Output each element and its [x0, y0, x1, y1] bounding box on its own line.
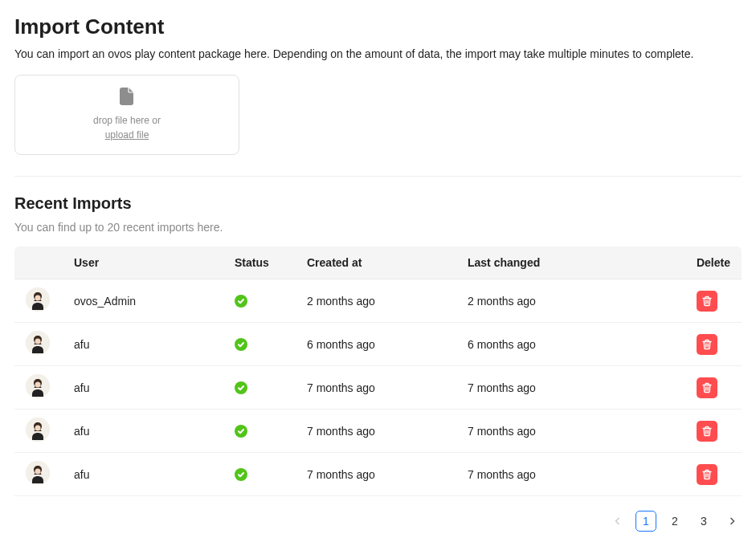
cell-changed: 7 months ago [456, 453, 685, 496]
upload-file-link[interactable]: upload file [105, 129, 149, 141]
page-description: You can import an ovos play content pack… [14, 47, 742, 60]
cell-changed: 7 months ago [456, 410, 685, 453]
cell-user: afu [63, 366, 223, 410]
page-number-1[interactable]: 1 [635, 511, 656, 532]
pagination-next[interactable] [722, 512, 742, 531]
delete-button[interactable] [697, 377, 717, 398]
avatar [26, 331, 50, 355]
column-header-user: User [63, 247, 223, 279]
svg-point-5 [35, 382, 41, 388]
avatar [26, 374, 50, 398]
status-success-icon [235, 295, 247, 308]
column-header-avatar [14, 247, 63, 279]
table-row: afu6 months ago6 months ago [14, 323, 742, 366]
file-icon [119, 88, 135, 108]
cell-created: 7 months ago [296, 410, 456, 453]
pagination: 123 [14, 511, 742, 532]
avatar [26, 461, 50, 485]
cell-created: 7 months ago [296, 366, 456, 410]
column-header-delete: Delete [685, 247, 742, 279]
cell-changed: 2 months ago [456, 279, 685, 323]
cell-user: afu [63, 323, 223, 366]
dropzone-text: drop file here or upload file [93, 113, 161, 142]
svg-point-9 [35, 469, 41, 475]
status-success-icon [235, 381, 247, 394]
recent-imports-description: You can find up to 20 recent imports her… [14, 221, 742, 234]
imports-table: User Status Created at Last changed Dele… [14, 247, 742, 496]
section-divider [14, 176, 742, 177]
cell-created: 2 months ago [296, 279, 456, 323]
avatar [26, 287, 50, 312]
svg-point-1 [35, 295, 41, 301]
status-success-icon [235, 425, 247, 438]
drop-label: drop file here or [93, 115, 161, 126]
cell-user: ovos_Admin [63, 279, 223, 323]
cell-created: 7 months ago [296, 453, 456, 496]
cell-created: 6 months ago [296, 323, 456, 366]
cell-user: afu [63, 453, 223, 496]
column-header-status: Status [223, 247, 296, 279]
status-success-icon [235, 338, 247, 351]
svg-point-7 [35, 426, 41, 431]
pagination-prev[interactable] [608, 512, 627, 531]
cell-changed: 6 months ago [456, 323, 685, 366]
table-row: afu7 months ago7 months ago [14, 410, 742, 453]
page-number-2[interactable]: 2 [664, 511, 685, 532]
delete-button[interactable] [697, 291, 717, 312]
table-row: afu7 months ago7 months ago [14, 366, 742, 410]
column-header-created: Created at [296, 247, 456, 279]
file-dropzone[interactable]: drop file here or upload file [14, 75, 239, 155]
svg-point-3 [35, 339, 41, 344]
cell-user: afu [63, 410, 223, 453]
delete-button[interactable] [697, 464, 717, 485]
avatar [26, 418, 50, 442]
status-success-icon [235, 468, 247, 481]
column-header-changed: Last changed [456, 247, 685, 279]
recent-imports-title: Recent Imports [14, 194, 742, 213]
table-row: ovos_Admin2 months ago2 months ago [14, 279, 742, 323]
delete-button[interactable] [697, 334, 717, 355]
cell-changed: 7 months ago [456, 366, 685, 410]
page-title: Import Content [14, 14, 742, 39]
table-row: afu7 months ago7 months ago [14, 453, 742, 496]
delete-button[interactable] [697, 421, 717, 442]
page-number-3[interactable]: 3 [693, 511, 714, 532]
